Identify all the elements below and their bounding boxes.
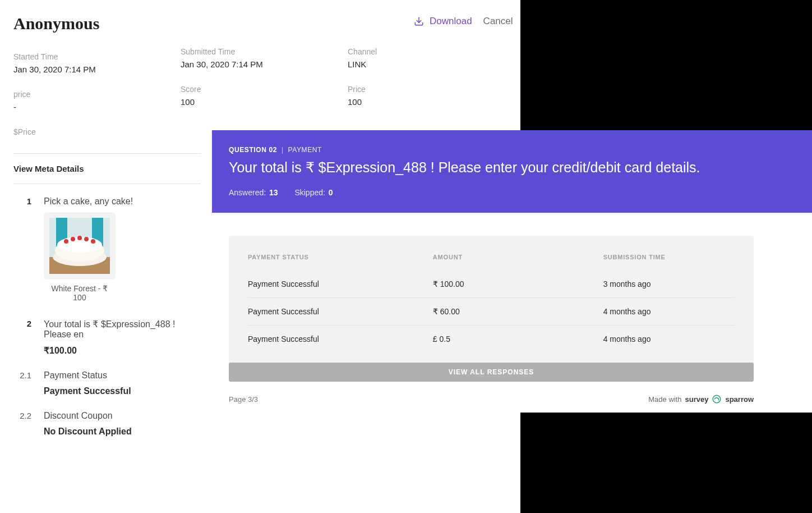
- question-number: 2: [13, 319, 31, 356]
- answered-value: 13: [269, 188, 278, 197]
- cell-time: 4 months ago: [603, 326, 735, 353]
- brand-word-survey: survey: [685, 395, 709, 404]
- download-label: Download: [430, 16, 472, 27]
- question-answer: ₹100.00: [44, 345, 201, 356]
- view-all-responses-button[interactable]: VIEW ALL RESPONSES: [229, 363, 754, 382]
- svg-point-11: [91, 239, 95, 244]
- sparrow-logo-icon: [712, 394, 722, 404]
- cell-amount: ₹ 100.00: [433, 271, 603, 298]
- download-button[interactable]: Download: [414, 16, 472, 27]
- custom-price-value: -: [13, 102, 201, 112]
- cell-status: Payment Successful: [248, 326, 433, 353]
- dollar-price-label: $Price: [13, 127, 201, 136]
- skipped-value: 0: [329, 188, 333, 197]
- banner-question-number: QUESTION 02: [229, 146, 277, 154]
- svg-point-7: [64, 239, 68, 244]
- table-row[interactable]: Payment Successful ₹ 100.00 3 months ago: [248, 271, 735, 298]
- page-title: Anonymous: [13, 14, 99, 33]
- cake-image: [49, 218, 110, 274]
- question-item[interactable]: 1 Pick a cake, any cake!: [13, 196, 201, 302]
- payments-table: PAYMENT STATUS AMOUNT SUBMISSION TIME Pa…: [229, 236, 754, 368]
- cell-amount: ₹ 60.00: [433, 298, 603, 326]
- brand-word-sparrow: sparrow: [725, 395, 754, 404]
- decorative-black-bottom: [520, 413, 812, 513]
- score-value: 100: [181, 97, 348, 107]
- svg-point-13: [713, 395, 721, 403]
- question-number: 1: [13, 196, 31, 302]
- answered-label: Answered:: [229, 188, 266, 197]
- cell-status: Payment Successful: [248, 271, 433, 298]
- skipped-label: Skipped:: [294, 188, 325, 197]
- started-time-value: Jan 30, 2020 7:14 PM: [13, 65, 201, 74]
- cancel-button[interactable]: Cancel: [483, 16, 513, 27]
- made-with-label: Made with: [648, 395, 681, 404]
- question-number: 2.2: [13, 411, 31, 437]
- th-amount: AMOUNT: [433, 254, 603, 271]
- submitted-time-value: Jan 30, 2020 7:14 PM: [181, 59, 348, 69]
- banner-question-text: Your total is ₹ $Expression_488 ! Please…: [229, 159, 795, 176]
- channel-value: LINK: [348, 59, 377, 69]
- question-title: Discount Coupon: [44, 411, 201, 421]
- question-item[interactable]: 2.1 Payment Status Payment Successful: [13, 370, 201, 396]
- score-label: Score: [181, 85, 348, 94]
- th-submission-time: SUBMISSION TIME: [603, 254, 735, 271]
- svg-point-10: [84, 237, 89, 241]
- question-banner: QUESTION 02 | PAYMENT Your total is ₹ $E…: [212, 130, 812, 213]
- question-title: Payment Status: [44, 370, 201, 381]
- cell-time: 3 months ago: [603, 271, 735, 298]
- th-payment-status: PAYMENT STATUS: [248, 254, 433, 271]
- view-meta-details-link[interactable]: View Meta Details: [13, 154, 201, 184]
- question-answer: No Discount Applied: [44, 427, 201, 437]
- table-row[interactable]: Payment Successful £ 0.5 4 months ago: [248, 326, 735, 353]
- channel-label: Channel: [348, 47, 377, 56]
- cake-image-card: [44, 212, 116, 280]
- question-answer: Payment Successful: [44, 386, 201, 396]
- question-item[interactable]: 2.2 Discount Coupon No Discount Applied: [13, 411, 201, 437]
- cell-status: Payment Successful: [248, 298, 433, 326]
- decorative-black-top: [520, 0, 812, 130]
- price-value: 100: [348, 97, 377, 107]
- custom-price-label: price: [13, 90, 201, 99]
- table-row[interactable]: Payment Successful ₹ 60.00 4 months ago: [248, 298, 735, 326]
- page-indicator: Page 3/3: [229, 395, 258, 404]
- question-title: Pick a cake, any cake!: [44, 196, 201, 207]
- cell-time: 4 months ago: [603, 298, 735, 326]
- submitted-time-label: Submitted Time: [181, 47, 348, 56]
- download-icon: [414, 16, 424, 26]
- banner-question-type: PAYMENT: [288, 146, 322, 154]
- price-label: Price: [348, 85, 377, 94]
- brand-footer[interactable]: Made with survey sparrow: [648, 394, 754, 404]
- cake-caption: White Forest - ₹ 100: [44, 284, 116, 302]
- started-time-label: Started Time: [13, 52, 201, 61]
- question-item[interactable]: 2 Your total is ₹ $Expression_488 ! Plea…: [13, 319, 201, 356]
- question-title: Your total is ₹ $Expression_488 ! Please…: [44, 319, 201, 340]
- question-number: 2.1: [13, 370, 31, 396]
- svg-point-9: [77, 236, 82, 240]
- svg-point-8: [71, 237, 75, 241]
- cell-amount: £ 0.5: [433, 326, 603, 353]
